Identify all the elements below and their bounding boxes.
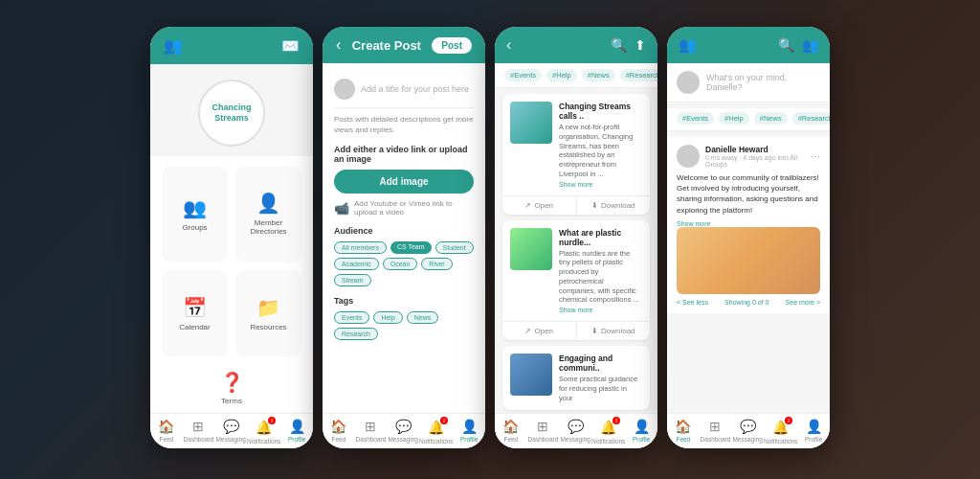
add-people-icon[interactable]: 👥 bbox=[802, 37, 818, 53]
phone-2-create-post: ‹ Create Post Post Add a title for your … bbox=[323, 27, 485, 448]
nav2-feed[interactable]: 🏠 Feed bbox=[323, 419, 355, 445]
nav3-messaging[interactable]: 💬 Messaging bbox=[559, 419, 591, 445]
nav3-dashboard[interactable]: ⊞ Dashboard bbox=[527, 419, 560, 445]
hashtag4-research[interactable]: #Research bbox=[792, 112, 830, 125]
hashtag-events[interactable]: #Events bbox=[504, 69, 542, 81]
post-image bbox=[677, 227, 820, 294]
audience-academic[interactable]: Academic bbox=[334, 258, 379, 270]
people-icon: 👥 bbox=[164, 36, 183, 55]
audience-ocean[interactable]: Ocean bbox=[383, 258, 418, 270]
phones-container: 👥 ✉️ Chancing Streams 👥 Groups 👤 Member … bbox=[150, 27, 830, 448]
groups-label: Groups bbox=[182, 223, 207, 232]
nav3-notifications[interactable]: 🔔 2 Notifications bbox=[591, 419, 625, 445]
nav4-dashboard[interactable]: ⊞ Dashboard bbox=[700, 419, 732, 445]
tag-help[interactable]: Help bbox=[373, 311, 402, 324]
post-button[interactable]: Post bbox=[432, 37, 472, 54]
terms-icon: ❓ bbox=[220, 371, 244, 394]
nav-notifications[interactable]: 🔔 2 Notifications bbox=[247, 419, 280, 445]
more-options-icon[interactable]: ··· bbox=[811, 149, 820, 163]
see-less-btn[interactable]: < See less bbox=[677, 299, 708, 306]
open-button-1[interactable]: ↗ Open bbox=[502, 196, 576, 215]
nav3-profile[interactable]: 👤 Profile bbox=[625, 419, 657, 445]
tag-events[interactable]: Events bbox=[334, 311, 369, 324]
audience-all-members[interactable]: All members bbox=[334, 241, 387, 254]
see-more-btn[interactable]: See more > bbox=[786, 299, 820, 306]
nav4-messaging-label: Messaging bbox=[732, 436, 762, 443]
video-camera-icon: 📹 bbox=[334, 201, 349, 216]
nav-profile[interactable]: 👤 Profile bbox=[280, 419, 313, 445]
nav2-feed-label: Feed bbox=[331, 436, 345, 443]
share-icon[interactable]: ⬆ bbox=[635, 37, 646, 53]
phone1-logo-area: Chancing Streams bbox=[150, 64, 313, 156]
compose-placeholder[interactable]: What's on your mind, Danielle? bbox=[706, 73, 820, 92]
grid-item-resources[interactable]: 📁 Resources bbox=[235, 270, 301, 358]
hashtag4-news[interactable]: #News bbox=[754, 112, 788, 125]
add-image-button[interactable]: Add image bbox=[334, 170, 474, 194]
phone4-header: 👥 🔍 👥 bbox=[667, 27, 830, 63]
compose-area: What's on your mind, Danielle? bbox=[667, 63, 830, 103]
hashtag-news[interactable]: #News bbox=[582, 69, 615, 81]
tag-news[interactable]: News bbox=[407, 311, 439, 324]
home-icon: 🏠 bbox=[330, 419, 346, 434]
nav2-profile-label: Profile bbox=[460, 436, 478, 443]
nav2-notifications-label: Notifications bbox=[419, 438, 453, 445]
profile-icon: 👤 bbox=[461, 419, 478, 434]
feed-title-1: Changing Streams calls .. bbox=[559, 102, 642, 121]
open-button-2[interactable]: ↗ Open bbox=[502, 322, 576, 340]
nav2-notifications[interactable]: 🔔 2 Notifications bbox=[419, 419, 453, 445]
nav2-messaging[interactable]: 💬 Messaging bbox=[387, 419, 419, 445]
post-show-more[interactable]: Show more bbox=[677, 220, 820, 227]
tag-research[interactable]: Research bbox=[334, 328, 378, 340]
post-author-name: Danielle Heward bbox=[705, 145, 805, 154]
directories-icon: 👤 bbox=[256, 192, 280, 215]
nav-dashboard-label: Dashboard bbox=[184, 436, 214, 443]
search-icon[interactable]: 🔍 bbox=[611, 37, 627, 53]
title-input-area: Add a title for your post here bbox=[334, 73, 474, 108]
nav2-dashboard[interactable]: ⊞ Dashboard bbox=[355, 419, 388, 445]
grid-item-calendar[interactable]: 📅 Calendar bbox=[162, 270, 228, 358]
post-card-1: Danielle Heward 0 ms away · 4 days ago i… bbox=[667, 137, 830, 313]
download-button-2[interactable]: ⬇ Download bbox=[577, 322, 651, 340]
audience-river[interactable]: River bbox=[421, 258, 452, 270]
grid-item-terms[interactable]: ❓ Terms bbox=[220, 371, 244, 405]
nav4-messaging[interactable]: 💬 Messaging bbox=[731, 419, 764, 445]
back-arrow-icon[interactable]: ‹ bbox=[336, 36, 341, 54]
nav-feed[interactable]: 🏠 Feed bbox=[150, 419, 183, 445]
search-icon[interactable]: 🔍 bbox=[778, 37, 794, 53]
nav-dashboard[interactable]: ⊞ Dashboard bbox=[183, 419, 215, 445]
nav2-profile[interactable]: 👤 Profile bbox=[453, 419, 485, 445]
hashtag4-events[interactable]: #Events bbox=[677, 112, 714, 125]
terms-label: Terms bbox=[221, 397, 242, 405]
nav3-feed-label: Feed bbox=[503, 436, 518, 443]
show-more-1[interactable]: Show more bbox=[559, 181, 642, 188]
dashboard-icon: ⊞ bbox=[709, 419, 721, 434]
hashtag4-help[interactable]: #Help bbox=[719, 112, 749, 125]
nav-messaging[interactable]: 💬 Messaging bbox=[214, 419, 247, 445]
audience-stream[interactable]: Stream bbox=[334, 274, 371, 286]
audience-student[interactable]: Student bbox=[435, 241, 474, 254]
nav4-feed-label: Feed bbox=[676, 436, 690, 443]
phone1-header: 👥 ✉️ bbox=[150, 27, 313, 64]
hashtag-help[interactable]: #Help bbox=[546, 69, 577, 81]
notifications-badge: 2 bbox=[268, 417, 276, 424]
back-arrow-icon[interactable]: ‹ bbox=[506, 36, 511, 54]
nav4-profile[interactable]: 👤 Profile bbox=[797, 419, 830, 445]
profile-icon: 👤 bbox=[634, 419, 650, 434]
nav4-feed[interactable]: 🏠 Feed bbox=[667, 419, 700, 445]
video-placeholder[interactable]: Add Youtube or Vimeo link to upload a vi… bbox=[354, 199, 474, 217]
nav3-feed[interactable]: 🏠 Feed bbox=[495, 419, 527, 445]
show-more-2[interactable]: Show more bbox=[559, 307, 642, 313]
download-button-1[interactable]: ⬇ Download bbox=[577, 196, 651, 215]
nav4-notifications[interactable]: 🔔 2 Notifications bbox=[764, 419, 797, 445]
phone2-body: Add a title for your post here Posts wit… bbox=[323, 63, 485, 413]
grid-item-directories[interactable]: 👤 Member Directories bbox=[235, 166, 301, 262]
title-placeholder[interactable]: Add a title for your post here bbox=[361, 84, 469, 94]
people-icon: 👥 bbox=[679, 36, 697, 54]
hashtag-research[interactable]: #Research bbox=[620, 69, 657, 81]
open-icon-2: ↗ bbox=[524, 327, 531, 335]
grid-item-groups[interactable]: 👥 Groups bbox=[162, 166, 228, 262]
feed-desc-1: A new not-for-profit organisation, Chang… bbox=[559, 123, 642, 179]
nav4-notifications-label: Notifications bbox=[764, 438, 797, 445]
showing-count: Showing 0 of 0 bbox=[724, 299, 768, 306]
audience-cs-team[interactable]: CS Team bbox=[390, 241, 432, 254]
